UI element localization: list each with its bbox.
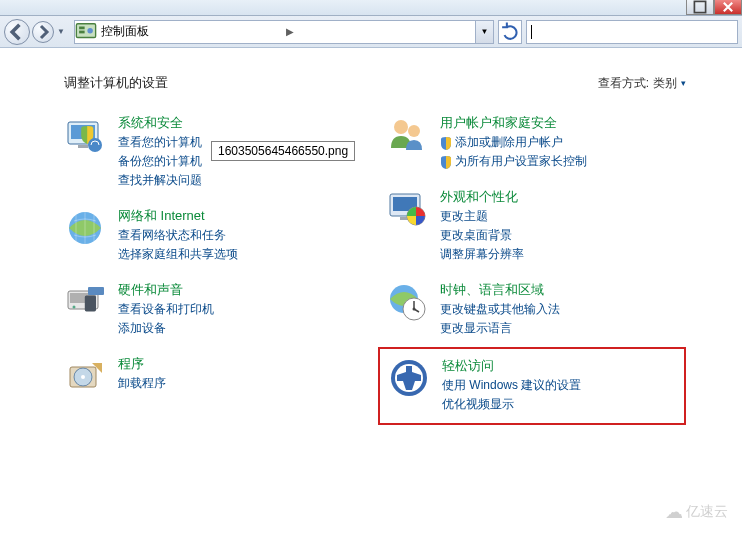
chevron-down-icon: ▾ [681,78,686,88]
close-button[interactable] [714,0,742,15]
category-link[interactable]: 查找并解决问题 [118,172,202,189]
arrow-left-icon [5,20,29,44]
shield-icon [440,136,452,150]
close-icon [715,0,741,14]
category-ease-of-access: 轻松访问 使用 Windows 建议的设置 优化视频显示 [388,357,676,413]
category-link[interactable]: 查看网络状态和任务 [118,227,238,244]
category-title[interactable]: 网络和 Internet [118,207,238,225]
system-security-icon [64,114,106,156]
svg-rect-13 [85,295,96,311]
category-title[interactable]: 轻松访问 [442,357,581,375]
category-link[interactable]: 为所有用户设置家长控制 [440,153,587,170]
svg-point-18 [81,375,85,379]
category-link[interactable]: 调整屏幕分辨率 [440,246,524,263]
view-by-value: 类别 [653,75,677,92]
category-user-accounts: 用户帐户和家庭安全 添加或删除用户帐户 为所有用户设置家长控制 [386,114,678,170]
maximize-icon [687,0,713,14]
tooltip: 1603505645466550.png [211,141,355,161]
watermark-text: 亿速云 [686,503,728,521]
svg-rect-0 [694,1,705,12]
category-link[interactable]: 查看设备和打印机 [118,301,214,318]
hardware-icon [64,281,106,323]
programs-icon [64,355,106,397]
watermark: ☁ 亿速云 [665,501,728,523]
ease-of-access-icon [388,357,430,399]
category-title[interactable]: 程序 [118,355,166,373]
category-link[interactable]: 更改键盘或其他输入法 [440,301,560,318]
shield-icon [440,155,452,169]
address-bar[interactable]: 控制面板 ▶ ▼ [74,20,494,44]
svg-point-8 [88,138,102,152]
svg-point-20 [408,125,420,137]
category-link[interactable]: 使用 Windows 建议的设置 [442,377,581,394]
category-link[interactable]: 备份您的计算机 [118,153,202,170]
svg-rect-3 [79,30,85,33]
category-link[interactable]: 优化视频显示 [442,396,581,413]
back-button[interactable] [4,19,30,45]
breadcrumb-root[interactable]: 控制面板 [97,23,282,40]
category-appearance: 外观和个性化 更改主题 更改桌面背景 调整屏幕分辨率 [386,188,678,263]
svg-point-12 [73,306,76,309]
address-dropdown[interactable]: ▼ [475,21,493,43]
cloud-icon: ☁ [665,501,683,523]
highlighted-category: 轻松访问 使用 Windows 建议的设置 优化视频显示 [378,347,686,425]
category-column-right: 用户帐户和家庭安全 添加或删除用户帐户 为所有用户设置家长控制 外观 [386,114,678,415]
breadcrumb-separator[interactable]: ▶ [282,26,298,37]
control-panel-icon [75,21,97,43]
category-title[interactable]: 用户帐户和家庭安全 [440,114,587,132]
text-cursor [531,25,532,39]
link-text: 添加或删除用户帐户 [455,134,563,151]
svg-point-27 [413,308,416,311]
appearance-icon [386,188,428,230]
category-link[interactable]: 添加设备 [118,320,214,337]
maximize-button[interactable] [686,0,714,15]
category-title[interactable]: 时钟、语言和区域 [440,281,560,299]
svg-rect-2 [79,26,85,29]
user-accounts-icon [386,114,428,156]
category-title[interactable]: 系统和安全 [118,114,202,132]
link-text: 为所有用户设置家长控制 [455,153,587,170]
nav-history-dropdown[interactable]: ▼ [56,27,66,36]
page-title: 调整计算机的设置 [64,74,168,92]
category-link[interactable]: 选择家庭组和共享选项 [118,246,238,263]
category-network: 网络和 Internet 查看网络状态和任务 选择家庭组和共享选项 [64,207,356,263]
category-programs: 程序 卸载程序 [64,355,356,397]
category-link[interactable]: 更改主题 [440,208,524,225]
content-area: 调整计算机的设置 查看方式: 类别 ▾ 系统和安全 查看您的计算机 备份您的计算… [0,48,742,415]
category-link[interactable]: 卸载程序 [118,375,166,392]
category-title[interactable]: 外观和个性化 [440,188,524,206]
forward-button[interactable] [32,21,54,43]
search-input[interactable] [526,20,738,44]
svg-point-4 [87,27,93,33]
category-link[interactable]: 更改显示语言 [440,320,560,337]
svg-rect-7 [78,145,88,148]
refresh-button[interactable] [498,20,522,44]
view-by-selector[interactable]: 查看方式: 类别 ▾ [598,75,686,92]
network-icon [64,207,106,249]
category-link[interactable]: 查看您的计算机 [118,134,202,151]
category-link[interactable]: 更改桌面背景 [440,227,524,244]
svg-point-19 [394,120,408,134]
view-by-label: 查看方式: [598,75,649,92]
refresh-icon [499,21,521,43]
navigation-bar: ▼ 控制面板 ▶ ▼ [0,16,742,48]
category-clock-language: 时钟、语言和区域 更改键盘或其他输入法 更改显示语言 [386,281,678,337]
arrow-right-icon [33,22,53,42]
clock-language-icon [386,281,428,323]
category-title[interactable]: 硬件和声音 [118,281,214,299]
category-hardware: 硬件和声音 查看设备和打印机 添加设备 [64,281,356,337]
category-link[interactable]: 添加或删除用户帐户 [440,134,587,151]
tooltip-text: 1603505645466550.png [218,144,348,158]
window-titlebar [0,0,742,16]
svg-rect-14 [88,287,104,295]
